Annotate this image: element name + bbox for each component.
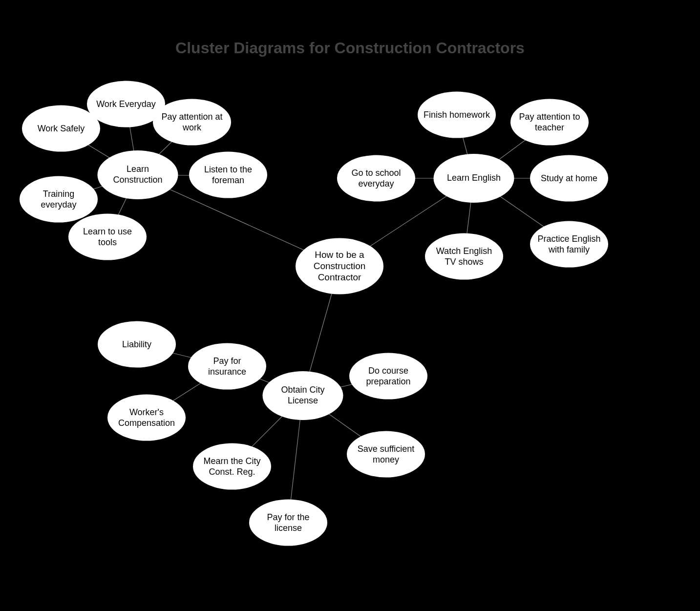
node-practice-family: Practice English with family: [530, 221, 608, 268]
node-learn-tools: Learn to use tools: [68, 214, 147, 260]
node-training-everyday: Training everyday: [20, 176, 98, 223]
node-go-school: Go to school everyday: [337, 155, 415, 202]
diagram-title: Cluster Diagrams for Construction Contra…: [0, 39, 700, 57]
node-pay-attention-work: Pay attention at work: [153, 99, 231, 146]
node-learn-english: Learn English: [434, 154, 514, 203]
node-obtain-license: Obtain City License: [263, 371, 343, 420]
node-workers-comp: Worker's Compensation: [107, 395, 186, 441]
node-watch-tv: Watch English TV shows: [425, 233, 503, 280]
diagram-canvas: Cluster Diagrams for Construction Contra…: [0, 0, 700, 611]
node-do-course: Do course preparation: [349, 353, 427, 400]
node-pay-license: Pay for the license: [249, 500, 327, 546]
node-work-safely: Work Safely: [22, 105, 100, 152]
node-center: How to be a Construction Contractor: [296, 238, 383, 295]
node-learn-construction: Learn Construction: [98, 150, 178, 199]
node-pay-attention-teacher: Pay attention to teacher: [510, 99, 589, 146]
node-mearn-city: Mearn the City Const. Reg.: [193, 443, 271, 490]
node-save-money: Save sufficient money: [347, 431, 425, 478]
node-pay-insurance: Pay for insurance: [188, 343, 266, 390]
node-listen-foreman: Listen to the foreman: [189, 152, 267, 198]
node-finish-homework: Finish homework: [418, 92, 496, 138]
node-study-home: Study at home: [530, 155, 608, 202]
node-liability: Liability: [98, 321, 176, 368]
